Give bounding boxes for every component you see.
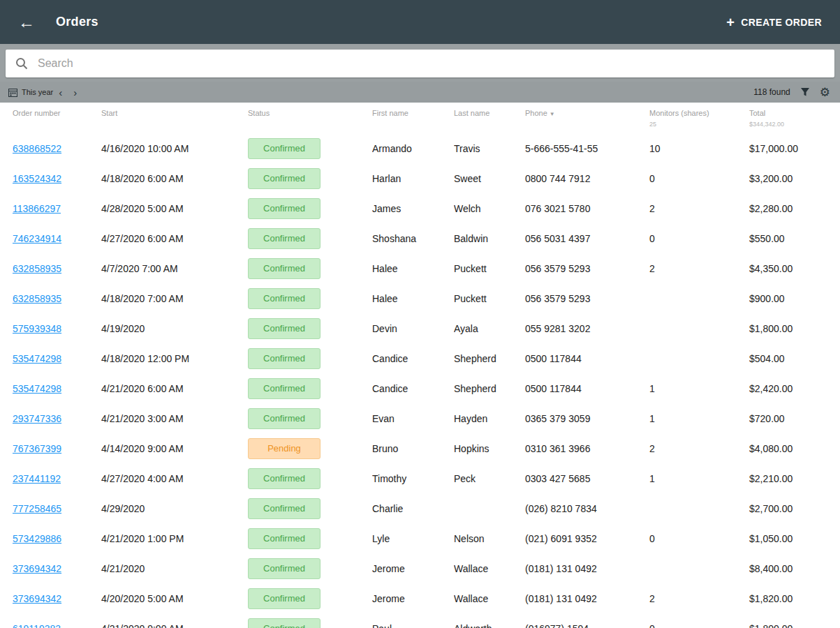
order-number-link[interactable]: 619119383: [13, 623, 61, 628]
status-cell: Confirmed: [248, 228, 372, 249]
order-number-link[interactable]: 638868522: [13, 143, 61, 154]
start-cell: 4/7/2020 7:00 AM: [101, 263, 248, 274]
first-name-cell: Halee: [372, 263, 454, 274]
table-row: 6328589354/18/2020 7:00 AMConfirmedHalee…: [0, 283, 840, 313]
status-badge: Confirmed: [248, 378, 320, 399]
total-cell: $1,800.00: [749, 623, 840, 628]
first-name-cell: Halee: [372, 293, 454, 304]
order-number-cell: 163524342: [13, 173, 101, 184]
phone-cell: 076 3021 5780: [525, 203, 649, 214]
status-cell: Confirmed: [248, 498, 372, 519]
total-cell: $2,210.00: [749, 473, 840, 484]
start-cell: 4/20/2020 5:00 AM: [101, 593, 248, 604]
order-number-cell: 632858935: [13, 263, 101, 274]
status-badge: Pending: [248, 438, 320, 459]
start-cell: 4/21/2020 9:00 AM: [101, 623, 248, 628]
table-row: 5734298864/21/2020 1:00 PMConfirmedLyleN…: [0, 523, 840, 553]
status-badge: Confirmed: [248, 258, 320, 279]
create-order-button[interactable]: + CREATE ORDER: [726, 15, 822, 29]
order-number-link[interactable]: 535474298: [13, 353, 61, 364]
order-number-link[interactable]: 632858935: [13, 263, 61, 274]
first-name-cell: Armando: [372, 143, 454, 154]
last-name-cell: Wallace: [454, 593, 525, 604]
table-row: 1138662974/28/2020 5:00 AMConfirmedJames…: [0, 193, 840, 223]
phone-cell: (0181) 131 0492: [525, 593, 649, 604]
order-number-cell: 632858935: [13, 293, 101, 304]
status-cell: Confirmed: [248, 258, 372, 279]
last-name-cell: Aldworth: [454, 623, 525, 628]
col-header-first-name[interactable]: First name: [372, 109, 454, 118]
col-header-order-number[interactable]: Order number: [13, 109, 101, 118]
order-number-cell: 767367399: [13, 443, 101, 454]
last-name-cell: Sweet: [454, 173, 525, 184]
first-name-cell: Candice: [372, 383, 454, 394]
col-header-phone[interactable]: Phone▼: [525, 109, 649, 119]
table-row: 5759393484/19/2020ConfirmedDevinAyala055…: [0, 313, 840, 343]
start-cell: 4/14/2020 9:00 AM: [101, 443, 248, 454]
table-row: 6388685224/16/2020 10:00 AMConfirmedArma…: [0, 133, 840, 163]
phone-cell: 056 5031 4397: [525, 233, 649, 244]
order-number-link[interactable]: 163524342: [13, 173, 61, 184]
col-header-last-name[interactable]: Last name: [454, 109, 525, 118]
total-cell: $2,280.00: [749, 203, 840, 214]
create-order-label: CREATE ORDER: [741, 17, 822, 28]
first-name-cell: Charlie: [372, 503, 454, 514]
col-header-status[interactable]: Status: [248, 109, 372, 118]
col-header-monitors[interactable]: Monitors (shares) 25: [649, 109, 749, 129]
total-cell: $2,700.00: [749, 503, 840, 514]
order-number-cell: 373694342: [13, 593, 101, 604]
filters-panel: This year ‹ › 118 found ⚙: [0, 44, 840, 103]
last-name-cell: Nelson: [454, 533, 525, 544]
app-bar: ← Orders + CREATE ORDER: [0, 0, 840, 44]
table-row: 7462349144/27/2020 6:00 AMConfirmedShosh…: [0, 223, 840, 253]
order-number-link[interactable]: 632858935: [13, 293, 61, 304]
next-period-button[interactable]: ›: [68, 87, 82, 98]
monitors-cell: 1: [649, 413, 749, 424]
search-box: [6, 50, 834, 77]
last-name-cell: Ayala: [454, 323, 525, 334]
table-row: 2374411924/27/2020 4:00 AMConfirmedTimot…: [0, 463, 840, 493]
last-name-cell: Travis: [454, 143, 525, 154]
period-selector[interactable]: This year: [8, 88, 53, 97]
col-header-total[interactable]: Total $344,342.00: [749, 109, 840, 129]
order-number-link[interactable]: 373694342: [13, 563, 61, 574]
start-cell: 4/21/2020: [101, 563, 248, 574]
monitors-cell: 2: [649, 203, 749, 214]
orders-table: Order number Start Status First name Las…: [0, 103, 840, 628]
total-cell: $3,200.00: [749, 173, 840, 184]
order-number-link[interactable]: 573429886: [13, 533, 61, 544]
first-name-cell: Harlan: [372, 173, 454, 184]
col-header-start[interactable]: Start: [101, 109, 248, 118]
table-row: 1635243424/18/2020 6:00 AMConfirmedHarla…: [0, 163, 840, 193]
total-cell: $4,350.00: [749, 263, 840, 274]
status-badge: Confirmed: [248, 618, 320, 628]
table-row: 2937473364/21/2020 3:00 AMConfirmedEvanH…: [0, 403, 840, 433]
previous-period-button[interactable]: ‹: [53, 87, 68, 98]
back-button[interactable]: ←: [15, 11, 38, 33]
order-number-link[interactable]: 237441192: [13, 473, 61, 484]
last-name-cell: Hopkins: [454, 443, 525, 454]
first-name-cell: James: [372, 203, 454, 214]
order-number-link[interactable]: 293747336: [13, 413, 61, 424]
settings-gear-icon[interactable]: ⚙: [820, 87, 830, 98]
status-badge: Confirmed: [248, 348, 320, 369]
status-badge: Confirmed: [248, 168, 320, 189]
search-input[interactable]: [36, 57, 825, 70]
start-cell: 4/27/2020 6:00 AM: [101, 233, 248, 244]
order-number-link[interactable]: 767367399: [13, 443, 61, 454]
order-number-link[interactable]: 113866297: [13, 203, 61, 214]
total-cell: $550.00: [749, 233, 840, 244]
status-badge: Confirmed: [248, 528, 320, 549]
order-number-link[interactable]: 575939348: [13, 323, 61, 334]
last-name-cell: Welch: [454, 203, 525, 214]
order-number-link[interactable]: 777258465: [13, 503, 61, 514]
start-cell: 4/27/2020 4:00 AM: [101, 473, 248, 484]
order-number-link[interactable]: 535474298: [13, 383, 61, 394]
total-cell: $720.00: [749, 413, 840, 424]
filter-icon[interactable]: [800, 87, 810, 97]
table-row: 7772584654/29/2020ConfirmedCharlie(026) …: [0, 493, 840, 523]
last-name-cell: Shepherd: [454, 383, 525, 394]
status-cell: Confirmed: [248, 468, 372, 489]
order-number-link[interactable]: 373694342: [13, 593, 61, 604]
order-number-link[interactable]: 746234914: [13, 233, 61, 244]
